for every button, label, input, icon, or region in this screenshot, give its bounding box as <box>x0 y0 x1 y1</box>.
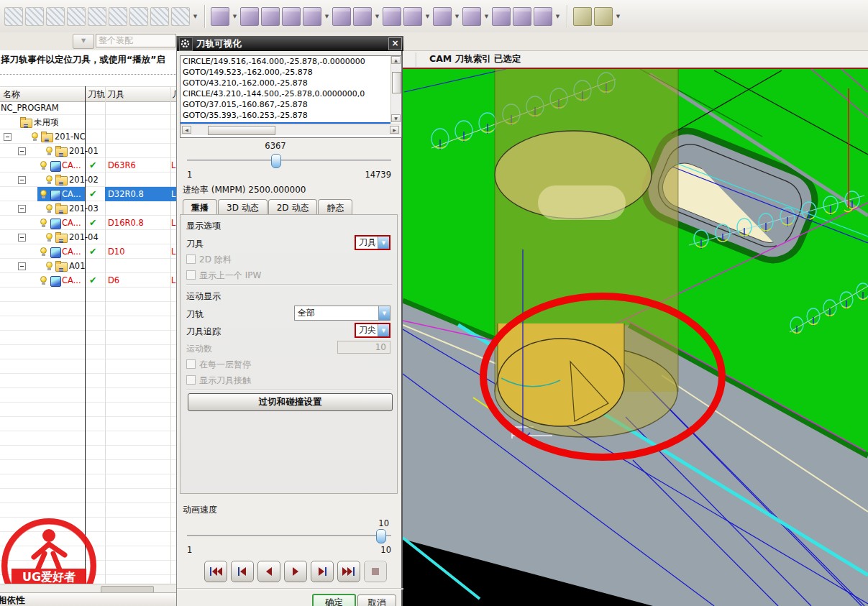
section-hatch-icon[interactable] <box>46 7 65 26</box>
paste-dropdown-icon[interactable]: ▼ <box>424 8 431 25</box>
tree-row-201-04[interactable]: 201-04 <box>0 230 176 244</box>
edit-operation-icon[interactable] <box>332 7 351 26</box>
create-geometry-icon[interactable] <box>261 7 280 26</box>
scrollbar-thumb[interactable] <box>392 72 401 93</box>
gcode-line[interactable]: CIRCLE/43.210,-144.500,-25.878,0.0000000… <box>181 88 390 99</box>
tree-row-201-01[interactable]: 201-01 <box>0 144 176 158</box>
progress-slider-thumb[interactable] <box>271 154 281 168</box>
collapse-icon[interactable] <box>18 147 26 155</box>
collapse-icon[interactable] <box>18 176 26 184</box>
edit-display-icon[interactable] <box>171 7 190 26</box>
display-properties-icon[interactable] <box>150 7 169 26</box>
tool-tracking-combo[interactable]: 刀尖 ▼ <box>355 323 390 338</box>
clock-icon[interactable] <box>573 7 592 26</box>
collapse-icon[interactable] <box>18 262 26 270</box>
step-back-icon[interactable] <box>231 561 254 582</box>
gouge-collision-settings-button[interactable]: 过切和碰撞设置 <box>188 393 393 411</box>
gcode-line[interactable]: GOTO/43.210,-162.000,-25.878 <box>181 78 390 88</box>
collapse-icon[interactable] <box>4 133 12 141</box>
chevron-down-icon[interactable]: ▼ <box>378 237 389 249</box>
create-program-icon[interactable] <box>211 7 229 26</box>
create-program-dropdown-icon[interactable]: ▼ <box>232 8 238 25</box>
collapse-icon[interactable] <box>18 205 26 213</box>
replay-toolpath-icon[interactable] <box>492 7 511 26</box>
gear-icon[interactable] <box>179 37 193 51</box>
gcode-line[interactable]: GOTO/35.393,-160.253,-25.878 <box>181 110 390 121</box>
show-tool-contact-checkbox[interactable] <box>186 375 196 385</box>
tree-row-operation[interactable]: CA... ✔ D10 L1 <box>0 244 176 259</box>
delete-dropdown-icon[interactable]: ▼ <box>454 8 460 25</box>
refresh-dropdown-icon[interactable]: ▼ <box>615 8 621 25</box>
list-horizontal-scrollbar[interactable]: ◀ ▶ <box>181 124 401 135</box>
step-forward-icon[interactable] <box>311 561 334 582</box>
toolpath-display-combo[interactable]: 全部 ▼ <box>294 306 390 321</box>
assembly-filter-input[interactable] <box>96 34 176 47</box>
scrollbar-thumb[interactable] <box>208 126 275 135</box>
tree-row-operation[interactable]: CA... ✔ D6 L1 <box>0 273 176 288</box>
cut-dropdown-icon[interactable]: ▼ <box>374 8 380 25</box>
play-forward-icon[interactable] <box>284 561 307 582</box>
generate-toolpath-icon[interactable] <box>462 7 481 26</box>
tree-row-operation-selected[interactable]: CA... ✔ D32R0.8 L1 <box>0 187 176 201</box>
close-icon[interactable]: × <box>388 37 402 50</box>
tree-row-operation[interactable]: CA... ✔ D16R0.8 L1 <box>0 216 176 230</box>
dependencies-section-header[interactable]: 相依性 <box>0 592 176 606</box>
chevron-down-icon[interactable]: ▼ <box>378 324 389 336</box>
generate-dropdown-icon[interactable]: ▼ <box>483 8 490 25</box>
skip-to-start-icon[interactable] <box>204 561 227 582</box>
list-vertical-scrollbar[interactable]: ▲ ▼ <box>390 56 401 122</box>
paste-operation-icon[interactable] <box>403 7 422 26</box>
progress-slider-track[interactable] <box>187 160 391 161</box>
post-process-icon[interactable] <box>534 7 552 26</box>
create-method-icon[interactable] <box>282 7 301 26</box>
create-tool-icon[interactable] <box>240 7 259 26</box>
scroll-down-icon[interactable]: ▼ <box>391 114 401 122</box>
pause-each-level-checkbox[interactable] <box>186 359 196 369</box>
gcode-line[interactable]: GOTO/149.523,-162.000,-25.878 <box>181 67 390 78</box>
scroll-up-icon[interactable]: ▲ <box>391 56 401 64</box>
cancel-button[interactable]: 取消 <box>357 594 396 606</box>
post-dropdown-icon[interactable]: ▼ <box>554 8 561 25</box>
collapse-icon[interactable] <box>18 234 26 242</box>
dialog-title-bar[interactable]: 刀轨可视化 × <box>177 36 403 51</box>
skip-to-end-icon[interactable] <box>337 561 360 582</box>
scroll-left-icon[interactable]: ◀ <box>182 126 191 134</box>
assembly-filter-dropdown[interactable]: ▼ <box>73 34 94 49</box>
gcode-event-list[interactable]: CIRCLE/149.516,-164.000,-25.878,-0.00000… <box>180 55 402 138</box>
gcode-line[interactable]: CIRCLE/149.516,-164.000,-25.878,-0.00000… <box>181 56 390 67</box>
section-range-icon[interactable] <box>67 7 86 26</box>
tree-row-201-nc[interactable]: 201-NC <box>0 129 176 144</box>
tree-row-operation[interactable]: CA... ✔ D63R6 L1 <box>0 158 176 173</box>
tree-row-unused[interactable]: 未用项 <box>0 115 176 129</box>
scroll-right-icon[interactable]: ▶ <box>390 126 399 134</box>
refresh-icon[interactable] <box>594 7 613 26</box>
ok-button[interactable]: 确定 <box>312 594 356 606</box>
object-display-icon[interactable] <box>129 7 148 26</box>
toolbar-dropdown-icon[interactable]: ▼ <box>192 8 198 25</box>
verify-toolpath-icon[interactable] <box>513 7 531 26</box>
copy-operation-icon[interactable] <box>383 7 401 26</box>
delete-operation-icon[interactable] <box>433 7 452 26</box>
tool-display-combo[interactable]: 刀具 ▼ <box>355 235 390 250</box>
chevron-down-icon[interactable]: ▼ <box>378 306 390 320</box>
spline-icon[interactable] <box>109 7 127 26</box>
2d-removal-checkbox[interactable] <box>186 254 196 264</box>
point-circle-icon[interactable] <box>88 7 106 26</box>
animation-speed-track[interactable] <box>187 535 391 536</box>
motion-count-input[interactable] <box>337 341 390 354</box>
sketch-curve-icon[interactable] <box>4 7 23 26</box>
tree-row-201-02[interactable]: 201-02 <box>0 173 176 187</box>
create-operation-dropdown-icon[interactable]: ▼ <box>324 8 330 25</box>
play-reverse-icon[interactable] <box>257 561 280 582</box>
column-name[interactable]: 名称 <box>3 88 20 101</box>
tree-row-nc-program[interactable]: NC_PROGRAM <box>0 101 176 115</box>
cut-operation-icon[interactable] <box>353 7 372 26</box>
show-ipw-checkbox[interactable] <box>186 270 196 280</box>
tree-row-a01[interactable]: A01 <box>0 259 176 273</box>
column-tool[interactable]: 刀具 <box>107 88 124 101</box>
create-operation-icon[interactable] <box>303 7 321 26</box>
tree-row-201-03[interactable]: 201-03 <box>0 201 176 216</box>
column-toolpath[interactable]: 刀轨 <box>88 88 105 101</box>
gcode-line[interactable]: GOTO/37.015,-160.867,-25.878 <box>181 99 390 110</box>
viewport-3d-scene[interactable] <box>403 69 868 606</box>
